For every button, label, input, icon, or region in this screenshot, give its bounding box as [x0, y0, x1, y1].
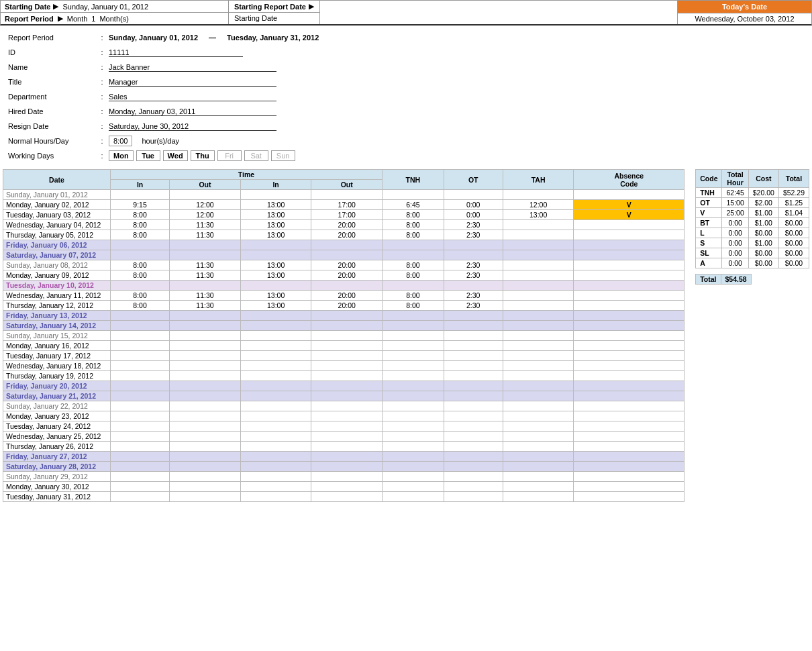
- summary-cell-2: $1.00: [748, 238, 778, 248]
- starting-report-date-label: Starting Report Date: [234, 3, 306, 11]
- ot-cell: 2:30: [444, 270, 503, 281]
- summary-cell-0: L: [696, 228, 722, 238]
- tah-cell: [503, 240, 574, 250]
- in2-cell: [240, 391, 311, 401]
- day-box-wed: Wed: [163, 150, 188, 161]
- ot-cell: 2:30: [444, 301, 503, 311]
- out2-cell: [311, 331, 383, 341]
- summary-cell-0: BT: [696, 218, 722, 228]
- ot-cell: [444, 341, 503, 351]
- out1-cell: [170, 351, 241, 361]
- normal-hours-label: Normal Hours/Day: [8, 137, 95, 145]
- out1-cell: [170, 321, 241, 331]
- in1-cell: [111, 401, 170, 411]
- in2-cell: 13:00: [240, 230, 311, 240]
- code-cell: [574, 482, 684, 492]
- tah-cell: [503, 270, 574, 281]
- date-cell: Tuesday, January 31, 2012: [3, 492, 111, 502]
- in2-cell: 13:00: [240, 270, 311, 281]
- date-cell: Monday, January 30, 2012: [3, 482, 111, 492]
- tnh-cell: [383, 240, 444, 250]
- in2-cell: [240, 351, 311, 361]
- code-cell: [574, 442, 684, 452]
- code-cell: [574, 371, 684, 381]
- in1-cell: [111, 492, 170, 502]
- col-header-in2: In: [240, 180, 311, 190]
- tnh-cell: [383, 482, 444, 492]
- tnh-cell: 8:00: [383, 270, 444, 281]
- in1-cell: [111, 250, 170, 260]
- summary-total-table: Total $54.58: [695, 274, 751, 285]
- summary-col-code: Code: [696, 170, 722, 188]
- in2-cell: [240, 462, 311, 472]
- tah-cell: [503, 220, 574, 230]
- in2-cell: [240, 401, 311, 411]
- todays-date-value: Wednesday, October 03, 2012: [695, 15, 794, 23]
- table-row: Sunday, January 22, 2012: [3, 401, 684, 411]
- summary-row: S0:00$1.00$0.00: [696, 238, 809, 248]
- table-row: Tuesday, January 17, 2012: [3, 351, 684, 361]
- out1-cell: [170, 250, 241, 260]
- date-cell: Tuesday, January 24, 2012: [3, 421, 111, 432]
- in1-cell: 8:00: [111, 270, 170, 281]
- tnh-cell: [383, 442, 444, 452]
- in1-cell: [111, 281, 170, 291]
- summary-cell-2: $1.00: [748, 208, 778, 218]
- in1-cell: [111, 462, 170, 472]
- table-row: Wednesday, January 25, 2012: [3, 432, 684, 442]
- summary-cell-1: 62:45: [722, 188, 748, 198]
- out2-cell: [311, 311, 383, 321]
- tnh-cell: [383, 462, 444, 472]
- ot-cell: [444, 401, 503, 411]
- tah-cell: [503, 482, 574, 492]
- out2-cell: 20:00: [311, 260, 383, 270]
- out2-cell: 20:00: [311, 230, 383, 240]
- code-cell: [574, 432, 684, 442]
- out1-cell: 11:30: [170, 291, 241, 301]
- summary-cell-2: $2.00: [748, 198, 778, 208]
- out2-cell: [311, 381, 383, 391]
- code-cell: [574, 230, 684, 240]
- tnh-cell: [383, 250, 444, 260]
- summary-cell-2: $1.00: [748, 218, 778, 228]
- date-cell: Wednesday, January 04, 2012: [3, 220, 111, 230]
- out1-cell: [170, 391, 241, 401]
- date-cell: Sunday, January 29, 2012: [3, 472, 111, 482]
- table-row: Sunday, January 29, 2012: [3, 472, 684, 482]
- summary-cell-1: 15:00: [722, 198, 748, 208]
- date-cell: Tuesday, January 03, 2012: [3, 210, 111, 220]
- date-cell: Monday, January 02, 2012: [3, 200, 111, 210]
- department-label: Department: [8, 93, 95, 101]
- total-label: Total: [696, 274, 721, 285]
- ot-cell: [444, 311, 503, 321]
- summary-table: Code TotalHour Cost Total TNH62:45$20.00…: [695, 169, 809, 268]
- code-cell: [574, 311, 684, 321]
- date-cell: Wednesday, January 11, 2012: [3, 291, 111, 301]
- ot-cell: 2:30: [444, 291, 503, 301]
- ot-cell: [444, 492, 503, 502]
- in2-cell: [240, 331, 311, 341]
- tnh-cell: [383, 321, 444, 331]
- table-row: Saturday, January 14, 2012: [3, 321, 684, 331]
- date-cell: Sunday, January 01, 2012: [3, 190, 111, 200]
- out1-cell: 11:30: [170, 230, 241, 240]
- out1-cell: [170, 190, 241, 200]
- code-cell: [574, 240, 684, 250]
- summary-row: V25:00$1.00$1.04: [696, 208, 809, 218]
- ot-cell: [444, 432, 503, 442]
- out2-cell: [311, 442, 383, 452]
- out2-cell: [311, 341, 383, 351]
- out2-cell: 17:00: [311, 210, 383, 220]
- date-cell: Monday, January 23, 2012: [3, 411, 111, 421]
- tnh-cell: [383, 311, 444, 321]
- department-value: Sales: [109, 93, 276, 101]
- summary-col-total: Total: [778, 170, 809, 188]
- table-row: Wednesday, January 18, 2012: [3, 361, 684, 371]
- code-cell: [574, 321, 684, 331]
- summary-cell-0: V: [696, 208, 722, 218]
- tah-cell: [503, 281, 574, 291]
- summary-cell-0: OT: [696, 198, 722, 208]
- col-header-out2: Out: [311, 180, 383, 190]
- id-label: ID: [8, 48, 95, 56]
- tnh-cell: [383, 190, 444, 200]
